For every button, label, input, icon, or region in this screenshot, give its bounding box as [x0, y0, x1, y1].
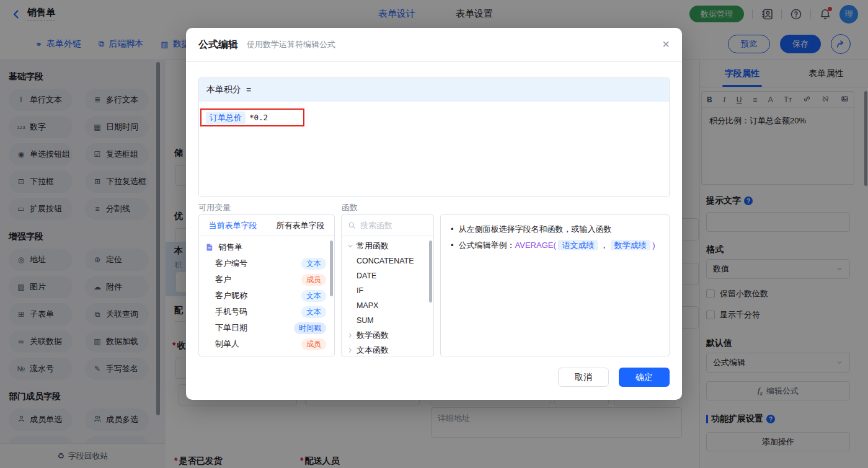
example-field-chip: 数学成绩	[611, 240, 650, 250]
variable-field-row[interactable]: 客户成员	[199, 272, 334, 288]
functions-panel: 搜索函数 常用函数CONCATENATEDATEIFMAPXSUM数学函数文本函…	[341, 214, 434, 356]
chevron-down-icon	[347, 242, 354, 250]
form-file-icon	[205, 243, 214, 252]
function-group[interactable]: 文本函数	[342, 343, 433, 356]
variable-field-row[interactable]: 手机号码文本	[199, 304, 334, 320]
function-group[interactable]: 常用函数	[342, 239, 433, 254]
variables-tab-2[interactable]: 所有表单字段	[267, 215, 334, 236]
function-group[interactable]: 数学函数	[342, 328, 433, 343]
variables-tab-1[interactable]: 当前表单字段	[199, 215, 267, 236]
cancel-button[interactable]: 取消	[558, 368, 609, 387]
function-item[interactable]: CONCATENATE	[342, 254, 433, 268]
functions-label: 函数	[342, 202, 358, 213]
variable-field-row[interactable]: 客户编号文本	[199, 255, 334, 272]
variable-field-name: 客户昵称	[215, 290, 247, 301]
form-tree-node[interactable]: 销售单	[199, 239, 334, 255]
variables-list: 销售单客户编号文本客户成员客户昵称文本手机号码文本下单日期时间戳制单人成员	[199, 236, 334, 356]
formula-expression: *0.2	[249, 113, 268, 122]
target-field-name: 本单积分	[206, 84, 241, 95]
variable-field-name: 客户	[215, 274, 231, 285]
function-item[interactable]: IF	[342, 283, 433, 298]
variables-tabs: 当前表单字段所有表单字段	[199, 215, 334, 236]
function-item[interactable]: DATE	[342, 268, 433, 283]
field-type-badge: 时间戳	[294, 322, 326, 334]
search-icon	[348, 221, 356, 229]
field-type-badge: 文本	[301, 306, 326, 318]
variable-field-row[interactable]: 下单日期时间戳	[199, 320, 334, 336]
function-group-label: 常用函数	[356, 241, 389, 252]
field-chip[interactable]: 订单总价	[206, 112, 246, 124]
variable-field-name: 客户编号	[215, 258, 247, 269]
formula-help-panel: • 从左侧面板选择字段名和函数，或输入函数 • 公式编辑举例：AVERAGE( …	[440, 214, 670, 356]
modal-header: 公式编辑 使用数学运算符编辑公式 ×	[186, 28, 682, 62]
search-placeholder: 搜索函数	[360, 220, 392, 231]
formula-content[interactable]: 订单总价 *0.2	[199, 102, 669, 197]
functions-scrollbar[interactable]	[429, 241, 432, 302]
help-tip-2: • 公式编辑举例：AVERAGE( 语文成绩 ， 数学成绩 )	[451, 237, 659, 254]
close-icon[interactable]: ×	[662, 38, 670, 50]
function-search-input[interactable]: 搜索函数	[342, 215, 433, 236]
example-field-chip: 语文成绩	[558, 240, 598, 250]
field-type-badge: 文本	[301, 290, 326, 302]
help-tip-1: • 从左侧面板选择字段名和函数，或输入函数	[451, 221, 659, 237]
confirm-button[interactable]: 确定	[619, 368, 670, 387]
functions-list: 常用函数CONCATENATEDATEIFMAPXSUM数学函数文本函数	[342, 236, 433, 356]
function-item[interactable]: MAPX	[342, 298, 433, 313]
function-group-label: 数学函数	[356, 330, 389, 341]
variables-label: 可用变量	[198, 202, 231, 213]
field-type-badge	[314, 356, 326, 356]
formula-target-strip: 本单积分 =	[199, 78, 669, 102]
formula-editor-box[interactable]: 本单积分 = 订单总价 *0.2	[198, 77, 670, 197]
variable-field-name: 下单日期	[215, 322, 247, 333]
formula-highlight-annotation: 订单总价 *0.2	[200, 108, 304, 126]
variable-field-name: 制单人	[215, 338, 239, 350]
variables-scrollbar[interactable]	[330, 241, 333, 296]
variable-field-row[interactable]: 客户昵称文本	[199, 288, 334, 304]
chevron-right-icon	[347, 332, 354, 339]
chevron-right-icon	[347, 347, 354, 354]
function-group-label: 文本函数	[356, 345, 389, 356]
modal-title: 公式编辑	[198, 38, 238, 51]
formula-editor-modal: 公式编辑 使用数学运算符编辑公式 × 本单积分 = 订单总价 *0.2 可用变量…	[186, 28, 682, 400]
field-type-badge: 文本	[301, 258, 326, 270]
field-type-badge: 成员	[301, 338, 326, 350]
function-item[interactable]: SUM	[342, 313, 433, 328]
variable-field-row[interactable]	[199, 352, 334, 356]
page: 销售单 表单设计表单设置 数据管理 理 ⚭表单外链⧉后端脚本▥数据权限 预览	[0, 0, 868, 468]
variables-panel: 当前表单字段所有表单字段 销售单客户编号文本客户成员客户昵称文本手机号码文本下单…	[198, 214, 335, 356]
variable-field-name: 手机号码	[215, 306, 247, 317]
modal-subtitle: 使用数学运算符编辑公式	[247, 39, 335, 50]
field-type-badge: 成员	[301, 274, 326, 286]
function-name-example: AVERAGE(	[515, 241, 556, 250]
form-name: 销售单	[218, 242, 242, 253]
variable-field-row[interactable]: 制单人成员	[199, 336, 334, 352]
equals-sign: =	[246, 85, 251, 95]
